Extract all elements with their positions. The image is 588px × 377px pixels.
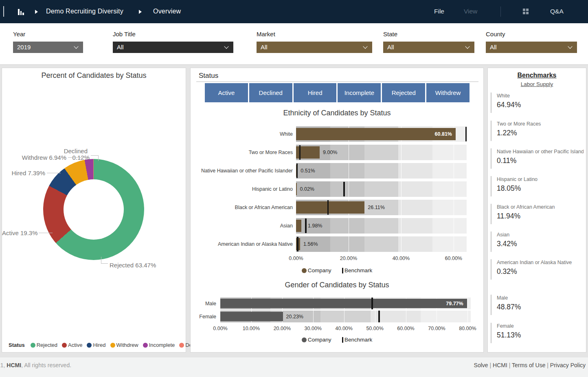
- gridline: [313, 311, 314, 322]
- x-axis-label: 40.00%: [393, 256, 410, 261]
- dropdown-value: All: [117, 44, 124, 51]
- ethnicity-row-native-hawaiian-or-other-pacific-islander: Native Hawaiian or other Pacific Islande…: [191, 163, 483, 179]
- filter-dropdown-job-title[interactable]: All: [113, 42, 233, 53]
- footer-link-solve[interactable]: Solve: [474, 362, 488, 368]
- dropdown-value: All: [490, 44, 497, 51]
- ethnicity-row-american-indian-or-alaska-native: American Indian or Alaska Native1.56%: [191, 236, 483, 252]
- labor-supply-link[interactable]: Labor Supply: [488, 81, 586, 87]
- filter-dropdown-year[interactable]: 2019: [13, 42, 83, 53]
- filter-label: Market: [257, 31, 372, 37]
- benchmark-tick-icon: [342, 268, 344, 273]
- status-button-withdrew[interactable]: Withdrew: [426, 83, 470, 102]
- file-menu[interactable]: File: [434, 8, 444, 15]
- x-axis-label: 40.00%: [336, 326, 353, 331]
- leader-line: [101, 263, 108, 264]
- chevron-right-icon: [139, 10, 142, 14]
- ethnicity-benchmark-black-or-african-american: [327, 200, 329, 215]
- legend-label: Benchmark: [344, 337, 372, 343]
- status-button-active[interactable]: Active: [205, 83, 248, 102]
- filter-dropdown-state[interactable]: All: [383, 42, 474, 53]
- ethnicity-bar-white[interactable]: [296, 128, 456, 140]
- filter-label: County: [486, 31, 577, 37]
- benchmark-item-two-or-more-races: Two or More Races1.22%: [491, 121, 584, 141]
- gender-bar-female[interactable]: [220, 312, 283, 321]
- qa-menu[interactable]: Q&A: [550, 8, 564, 15]
- slicer-underline: [196, 82, 478, 82]
- ethnicity-benchmark-white: [465, 127, 467, 141]
- ethnicity-benchmark-native-hawaiian-or-other-pacific-islander: [296, 163, 298, 178]
- legend-item-withdrew[interactable]: Withdrew: [110, 342, 138, 348]
- benchmark-value: 3.42%: [497, 240, 584, 248]
- footer-link-hcmi[interactable]: HCMI: [493, 362, 507, 368]
- leader-line: [39, 233, 53, 233]
- x-axis-label: 0.00%: [289, 256, 303, 261]
- status-button-incomplete[interactable]: Incomplete: [338, 83, 381, 102]
- leader-line: [101, 257, 101, 264]
- gridline: [349, 181, 349, 197]
- ethnicity-plot: 26.11%: [296, 200, 467, 215]
- x-axis-label: 10.00%: [243, 326, 260, 331]
- gender-benchmark-male: [371, 298, 373, 309]
- ethnicity-value-label: 60.81%: [435, 126, 452, 142]
- view-menu[interactable]: View: [464, 8, 477, 15]
- ethnicity-plot: 1.56%: [296, 236, 467, 252]
- bar-chart-icon[interactable]: [18, 8, 25, 15]
- donut-legend-title: Status: [9, 342, 25, 348]
- ethnicity-row-black-or-african-american: Black or African American26.11%: [191, 200, 483, 215]
- legend-item-active[interactable]: Active: [62, 342, 82, 348]
- leader-line: [68, 157, 82, 158]
- benchmark-item-asian: Asian3.42%: [491, 231, 584, 252]
- legend-label: Incomplete: [149, 342, 175, 348]
- legend-item-benchmark: Benchmark: [342, 267, 373, 273]
- ethnicity-benchmark-hispanic-or-latino: [343, 182, 345, 196]
- ethnicity-category-label: Hispanic or Latino: [191, 181, 293, 197]
- legend-label: Company: [308, 337, 331, 343]
- gender-bar-male[interactable]: [220, 299, 467, 308]
- gridline: [349, 218, 349, 234]
- gridline: [437, 311, 437, 322]
- legend-label: Rejected: [37, 342, 57, 348]
- filter-group-year: Year2019: [13, 31, 83, 53]
- gridline: [401, 145, 402, 160]
- status-button-hired[interactable]: Hired: [294, 83, 337, 102]
- chevron-down-icon: [363, 44, 367, 49]
- legend-item-hired[interactable]: Hired: [87, 342, 105, 348]
- status-button-declined[interactable]: Declined: [249, 83, 292, 102]
- page-title: Overview: [153, 8, 181, 15]
- status-button-rejected[interactable]: Rejected: [382, 83, 425, 102]
- filter-dropdown-market[interactable]: All: [257, 42, 372, 53]
- ethnicity-plot: 0.51%: [296, 163, 467, 179]
- benchmark-label: Hispanic or Latino: [497, 176, 584, 182]
- footer-link-terms-of-use[interactable]: Terms of Use: [512, 362, 545, 368]
- filter-label: State: [383, 31, 474, 37]
- gridline: [349, 236, 349, 252]
- legend-dot: [143, 343, 148, 348]
- legend-item-incomplete[interactable]: Incomplete: [143, 342, 175, 348]
- gender-category-label: Female: [191, 311, 216, 322]
- chevron-down-icon: [74, 44, 78, 49]
- ethnicity-bar-black-or-african-american[interactable]: [296, 201, 364, 214]
- gender-chart-title: Gender of Candidates by Status: [191, 281, 483, 289]
- ethnicity-legend: CompanyBenchmark: [191, 267, 483, 273]
- ethnicity-category-label: Native Hawaiian or other Pacific Islande…: [191, 163, 293, 179]
- donut-chart-title: Percent of Candidates by Status: [2, 71, 186, 80]
- gender-benchmark-female: [378, 311, 380, 322]
- filter-dropdown-county[interactable]: All: [486, 42, 577, 53]
- filter-group-market: MarketAll: [257, 31, 372, 53]
- benchmark-item-native-hawaiian-or-other-pacific-island: Native Hawaiian or other Pacific Island.…: [491, 148, 584, 169]
- legend-item-rejected[interactable]: Rejected: [31, 342, 57, 348]
- legend-dot: [31, 343, 35, 348]
- benchmark-value: 48.87%: [497, 303, 584, 311]
- dropdown-value: All: [261, 44, 268, 51]
- legend-label: Withdrew: [116, 342, 138, 348]
- donut-label-active: Active 19.3%: [2, 229, 37, 236]
- ethnicity-bar-hispanic-or-latino[interactable]: [296, 183, 297, 195]
- footer-link-privacy-policy[interactable]: Privacy Policy: [550, 362, 586, 368]
- ethnicity-bar-asian[interactable]: [296, 220, 301, 232]
- layout-grid-icon[interactable]: [523, 9, 529, 14]
- ethnicity-category-label: White: [191, 126, 293, 142]
- benchmark-value: 11.94%: [497, 212, 584, 220]
- ethnicity-plot: 9.00%: [296, 145, 467, 160]
- dropdown-value: 2019: [17, 44, 31, 51]
- donut-chart[interactable]: [43, 159, 144, 260]
